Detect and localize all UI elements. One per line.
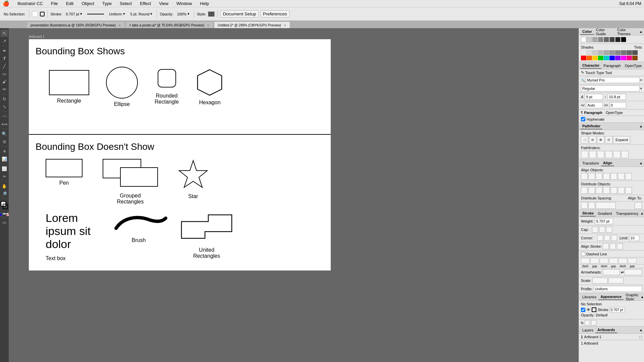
- shade-10[interactable]: [632, 50, 638, 55]
- artboard-lock-icon[interactable]: ⬚: [639, 335, 642, 339]
- limit-field[interactable]: 10: [629, 235, 639, 241]
- fill-stroke-area[interactable]: [1, 201, 8, 210]
- dash-2[interactable]: [600, 258, 608, 263]
- shade-1[interactable]: [581, 50, 586, 55]
- corner-bevel-btn[interactable]: [611, 235, 617, 241]
- profile-field[interactable]: Uniform: [593, 286, 642, 292]
- artboards-tab[interactable]: Artboards: [595, 327, 617, 333]
- pencil-tool[interactable]: ✏: [1, 85, 8, 93]
- minus-front-btn[interactable]: ⊟: [589, 136, 596, 143]
- dashed-line-checkbox[interactable]: [581, 252, 585, 256]
- yellow-swatch[interactable]: [592, 56, 598, 60]
- align-to-select[interactable]: [635, 202, 642, 209]
- color-panel-collapse[interactable]: ▲: [639, 30, 643, 34]
- dist-right-btn[interactable]: [618, 187, 625, 194]
- align-left-btn[interactable]: [581, 173, 588, 180]
- change-screen-mode[interactable]: ▭: [1, 219, 8, 226]
- rect-tool[interactable]: ▭: [1, 70, 8, 77]
- document-setup-button[interactable]: Document Setup: [220, 10, 258, 17]
- fill-color[interactable]: [32, 11, 38, 17]
- color-themes-tab[interactable]: Color Themes: [615, 28, 639, 37]
- outline-btn[interactable]: [613, 151, 621, 158]
- arrow-swap-icon[interactable]: ⇄: [621, 270, 624, 274]
- direct-selection-tool[interactable]: ↗: [1, 37, 8, 45]
- line-tool[interactable]: ╱: [1, 62, 8, 70]
- tab-untitled[interactable]: Untitled-2* @ 299% (CMYK/GPU Preview) ✕: [214, 21, 290, 28]
- effect-menu[interactable]: Effect: [139, 1, 152, 6]
- shade-8[interactable]: [621, 50, 626, 55]
- canvas-scroll[interactable]: Artboard 1 Bounding Box Shows Rectangle: [9, 28, 579, 362]
- shade-6[interactable]: [609, 50, 615, 55]
- width-tool[interactable]: ⟺: [1, 120, 8, 128]
- merge-btn[interactable]: [597, 151, 604, 158]
- white-swatch[interactable]: [581, 37, 586, 42]
- rotate-tool[interactable]: ↻: [1, 95, 8, 103]
- opacity-chevron[interactable]: ▾: [187, 12, 190, 16]
- pink-swatch[interactable]: [627, 56, 632, 60]
- black-swatch[interactable]: [621, 37, 626, 42]
- stroke-end-select[interactable]: 5 pt. Round ▾: [129, 11, 154, 17]
- align-right-btn[interactable]: [596, 173, 602, 180]
- stroke-color-swatch-small[interactable]: [592, 307, 596, 312]
- space-horiz-btn[interactable]: [581, 202, 588, 209]
- edit-menu[interactable]: Edit: [65, 1, 75, 6]
- stroke-color[interactable]: [40, 12, 45, 16]
- selection-tool[interactable]: ↖: [1, 29, 8, 37]
- stroke-inside-btn[interactable]: [610, 243, 616, 249]
- type-tool[interactable]: T: [1, 55, 8, 62]
- scale-end[interactable]: [608, 278, 624, 284]
- space-vert-btn[interactable]: [588, 202, 595, 209]
- help-menu[interactable]: Help: [199, 1, 210, 6]
- dist-extra-btn[interactable]: [625, 187, 632, 194]
- libraries-tab[interactable]: Libraries: [580, 294, 598, 300]
- hyphenate-checkbox[interactable]: [581, 117, 585, 121]
- preferences-button[interactable]: Preferences: [261, 10, 289, 17]
- tab-poster[interactable]: × take a poster.ai* @ 75.54% (RGB/GPU Pr…: [125, 21, 213, 28]
- style-swatch[interactable]: [208, 11, 215, 17]
- shade-2[interactable]: [587, 50, 592, 55]
- exclude-btn[interactable]: ⊡: [605, 136, 612, 143]
- dash-1[interactable]: [581, 258, 590, 263]
- stroke-end-chevron[interactable]: ▾: [150, 12, 152, 16]
- expand-button[interactable]: Expand: [613, 136, 630, 143]
- unite-btn[interactable]: ⬜: [581, 136, 588, 143]
- paragraph-tab[interactable]: Paragraph: [601, 63, 623, 68]
- corner-miter-btn[interactable]: [597, 235, 603, 241]
- transparency-tab[interactable]: Transparency: [614, 211, 640, 216]
- shade-5[interactable]: [604, 50, 609, 55]
- gray-mid-swatch[interactable]: [592, 37, 598, 42]
- violet-swatch[interactable]: [615, 56, 621, 60]
- shade-3[interactable]: [592, 50, 598, 55]
- hand-tool[interactable]: ✋: [1, 182, 8, 190]
- space-input[interactable]: [596, 202, 616, 209]
- layers-tab[interactable]: Layers: [580, 327, 595, 333]
- gradient-mode[interactable]: [3, 213, 6, 216]
- align-bottom-btn[interactable]: [618, 173, 625, 180]
- shade-4[interactable]: [598, 50, 603, 55]
- font-family-field[interactable]: Myriad Pro: [586, 77, 640, 83]
- kerning-field[interactable]: Auto: [586, 102, 603, 108]
- minus-back-btn[interactable]: [621, 151, 629, 158]
- align-top-btn[interactable]: [603, 173, 610, 180]
- warp-tool[interactable]: 〰: [1, 113, 8, 120]
- app-name-menu[interactable]: Illustrator CC: [16, 1, 44, 6]
- canvas-area[interactable]: Artboard 1 Bounding Box Shows Rectangle: [9, 28, 579, 362]
- stroke-panel-collapse[interactable]: ▲: [640, 212, 644, 215]
- stroke-weight-field[interactable]: 0.707 pt ▾: [64, 11, 84, 17]
- pen-tool[interactable]: ✒: [1, 47, 8, 54]
- color-tab[interactable]: Color: [580, 29, 594, 35]
- blend-tool[interactable]: ⊘: [1, 138, 8, 145]
- font-family-chevron[interactable]: ▾: [640, 78, 642, 82]
- stroke-type-chevron[interactable]: ▾: [123, 12, 125, 16]
- opentype-tab[interactable]: OpenType: [623, 63, 644, 68]
- brown-swatch[interactable]: [632, 56, 638, 60]
- gap-1[interactable]: [590, 258, 599, 263]
- very-dark-swatch[interactable]: [615, 37, 621, 42]
- arrowhead-start[interactable]: [603, 269, 620, 275]
- tab-close-poster[interactable]: ✕: [207, 24, 210, 27]
- align-tab[interactable]: Align: [601, 160, 614, 166]
- pathfinder-collapse[interactable]: ▲: [639, 124, 643, 128]
- layers-collapse[interactable]: ▲: [639, 328, 643, 332]
- color-guide-tab[interactable]: Color Guide: [594, 28, 615, 37]
- transform-align-collapse[interactable]: ▲: [639, 161, 643, 165]
